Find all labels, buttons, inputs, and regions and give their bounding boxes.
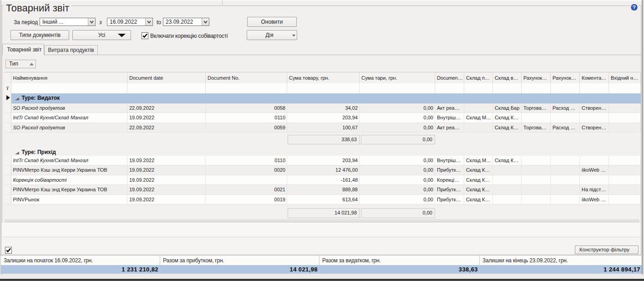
svg-text:?: ?: [633, 5, 636, 10]
